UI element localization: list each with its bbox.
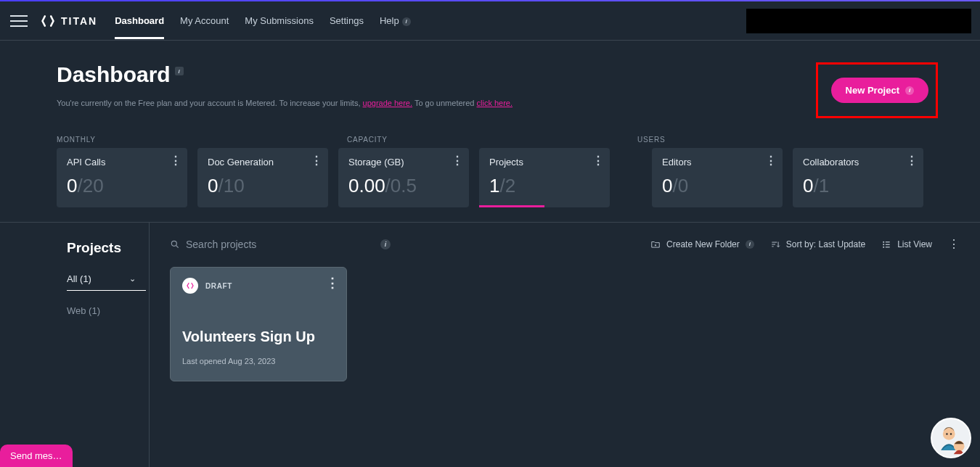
chevron-down-icon: ⌄: [129, 274, 136, 284]
search-input[interactable]: [186, 239, 317, 250]
section-label-monthly: MONTHLY: [57, 136, 347, 144]
nav-tab-settings[interactable]: Settings: [330, 2, 364, 39]
stat-value: 0/1: [803, 175, 913, 197]
header-user-area[interactable]: [746, 9, 971, 33]
more-icon[interactable]: ⋮: [452, 154, 463, 168]
sidebar-item-web[interactable]: Web (1): [67, 305, 149, 316]
chat-send-chip[interactable]: Send mes…: [0, 445, 73, 467]
upgrade-link[interactable]: upgrade here.: [363, 99, 413, 107]
stat-card-collaborators: ⋮ Collaborators 0/1: [793, 148, 923, 207]
more-icon[interactable]: ⋮: [311, 154, 322, 168]
svg-rect-7: [883, 241, 885, 242]
create-folder-button[interactable]: Create New Folder i: [650, 239, 754, 249]
header: TITAN Dashboard My Account My Submission…: [0, 1, 980, 41]
svg-point-15: [946, 433, 947, 434]
nav-tab-help[interactable]: Helpi: [380, 2, 411, 39]
stat-value: 1/2: [489, 175, 600, 197]
section-label-users: USERS: [637, 136, 923, 144]
nav-tab-my-account[interactable]: My Account: [180, 2, 229, 39]
new-project-highlight: New Project i: [816, 62, 938, 118]
svg-point-0: [171, 241, 176, 246]
projects-toolbar: i Create New Folder i Sort by: Last Upda…: [170, 237, 960, 251]
info-icon[interactable]: i: [175, 67, 184, 75]
projects-sidebar: Projects All (1) ⌄ Web (1): [0, 223, 150, 467]
list-view-button[interactable]: List View: [881, 239, 932, 249]
project-card[interactable]: ⋮ DRAFT Volunteers Sign Up Last opened A…: [170, 267, 347, 381]
project-status: DRAFT: [205, 282, 232, 290]
nav-tabs: Dashboard My Account My Submissions Sett…: [115, 2, 410, 39]
stat-title: Projects: [489, 157, 600, 168]
svg-line-1: [176, 245, 179, 247]
stat-card-storage: ⋮ Storage (GB) 0.00/0.5: [338, 148, 469, 207]
svg-rect-9: [883, 246, 885, 247]
nav-tab-dashboard[interactable]: Dashboard: [115, 2, 164, 39]
stat-title: Collaborators: [803, 157, 913, 168]
support-avatar[interactable]: [931, 418, 971, 458]
search-icon: [170, 239, 180, 249]
info-icon: i: [746, 240, 754, 249]
sidebar-filter-all[interactable]: All (1) ⌄: [67, 273, 146, 291]
brand-name: TITAN: [61, 15, 97, 27]
stats-row: ⋮ API Calls 0/20 ⋮ Doc Generation 0/10 ⋮…: [0, 148, 980, 207]
nav-tab-my-submissions[interactable]: My Submissions: [245, 2, 314, 39]
stat-value: 0/10: [208, 175, 318, 197]
more-icon[interactable]: ⋮: [592, 154, 604, 168]
sort-button[interactable]: Sort by: Last Update: [770, 239, 865, 249]
info-icon: i: [905, 86, 914, 95]
project-title: Volunteers Sign Up: [182, 328, 335, 345]
stat-card-api-calls: ⋮ API Calls 0/20: [57, 148, 187, 207]
stat-card-doc-generation: ⋮ Doc Generation 0/10: [197, 148, 328, 207]
info-icon: i: [402, 17, 411, 26]
hamburger-menu-icon[interactable]: [10, 12, 28, 30]
logo-mark-icon: [41, 14, 55, 28]
page-title: Dashboard: [57, 62, 171, 87]
info-icon[interactable]: i: [380, 239, 391, 249]
sidebar-title: Projects: [67, 240, 149, 256]
more-icon[interactable]: ⋮: [326, 275, 339, 291]
brand-logo[interactable]: TITAN: [41, 14, 97, 28]
stat-title: API Calls: [67, 157, 177, 168]
stat-value: 0/20: [67, 175, 177, 197]
stat-title: Editors: [662, 157, 772, 168]
more-icon[interactable]: ⋮: [765, 154, 777, 168]
stat-title: Doc Generation: [208, 157, 318, 168]
stat-card-editors: ⋮ Editors 0/0: [652, 148, 783, 207]
more-icon[interactable]: ⋮: [948, 237, 960, 251]
svg-point-16: [950, 433, 952, 434]
project-type-icon: [182, 278, 198, 294]
stat-card-projects: ⋮ Projects 1/2: [479, 148, 610, 207]
stat-value: 0/0: [662, 175, 772, 197]
plan-subtext: You're currently on the Free plan and yo…: [57, 99, 513, 107]
stat-value: 0.00/0.5: [348, 175, 459, 197]
svg-rect-8: [883, 244, 885, 245]
folder-plus-icon: [650, 239, 661, 249]
stat-title: Storage (GB): [348, 157, 459, 168]
list-icon: [881, 239, 891, 249]
section-label-capacity: CAPACITY: [347, 136, 637, 144]
more-icon[interactable]: ⋮: [906, 154, 918, 168]
new-project-button[interactable]: New Project i: [831, 78, 928, 103]
more-icon[interactable]: ⋮: [170, 154, 181, 168]
project-subtitle: Last opened Aug 23, 2023: [182, 357, 335, 365]
sort-icon: [770, 239, 780, 249]
unmetered-link[interactable]: click here.: [477, 99, 513, 107]
